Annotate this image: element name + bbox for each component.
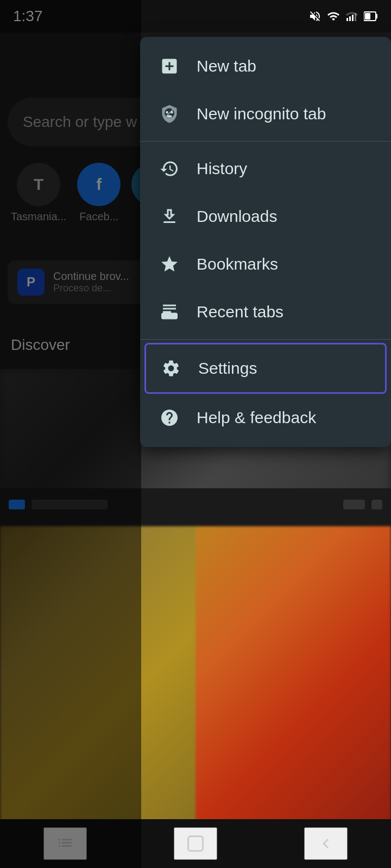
home-button[interactable] (174, 827, 217, 860)
svg-rect-2 (352, 15, 354, 21)
mute-icon (308, 10, 321, 23)
svg-rect-3 (355, 13, 356, 21)
bookmarks-label: Bookmarks (197, 255, 278, 273)
help-icon (157, 406, 181, 430)
menu-item-history[interactable]: History (140, 145, 391, 193)
svg-point-7 (166, 111, 168, 114)
back-button[interactable] (304, 827, 348, 860)
new-tab-label: New tab (197, 57, 256, 75)
history-label: History (197, 159, 247, 178)
menu-item-incognito[interactable]: New incognito tab (140, 90, 391, 138)
image-right (195, 526, 391, 830)
menu-item-downloads[interactable]: Downloads (140, 193, 391, 240)
recent-tabs-icon (157, 300, 181, 324)
bookmarks-icon (157, 252, 181, 276)
downloads-icon (157, 205, 181, 228)
svg-rect-5 (365, 13, 370, 20)
help-label: Help & feedback (197, 409, 316, 427)
svg-rect-10 (188, 837, 203, 851)
status-icons (308, 10, 378, 23)
settings-label: Settings (198, 359, 257, 378)
svg-point-9 (167, 115, 172, 118)
menu-item-recent-tabs[interactable]: Recent tabs (140, 288, 391, 336)
overlay-dim (0, 0, 141, 868)
menu-item-settings[interactable]: Settings (144, 343, 387, 394)
settings-icon (159, 356, 183, 380)
news-text-2 (343, 500, 365, 509)
recent-tabs-label: Recent tabs (197, 303, 283, 321)
svg-rect-1 (349, 16, 351, 21)
svg-rect-6 (376, 14, 377, 18)
divider-1 (140, 141, 391, 142)
dropdown-menu: New tab New incognito tab History (140, 37, 391, 447)
svg-point-8 (171, 111, 173, 114)
divider-2 (140, 339, 391, 340)
incognito-icon (157, 102, 181, 126)
menu-item-new-tab[interactable]: New tab (140, 42, 391, 90)
signal-icon (345, 10, 358, 23)
svg-rect-0 (346, 18, 348, 21)
menu-item-help[interactable]: Help & feedback (140, 394, 391, 442)
downloads-label: Downloads (197, 207, 277, 226)
new-tab-icon (157, 54, 181, 78)
history-icon (157, 157, 181, 181)
menu-item-bookmarks[interactable]: Bookmarks (140, 240, 391, 288)
wifi-icon (327, 10, 340, 23)
news-text-3 (371, 500, 382, 509)
battery-icon (364, 10, 378, 22)
incognito-label: New incognito tab (197, 105, 326, 123)
